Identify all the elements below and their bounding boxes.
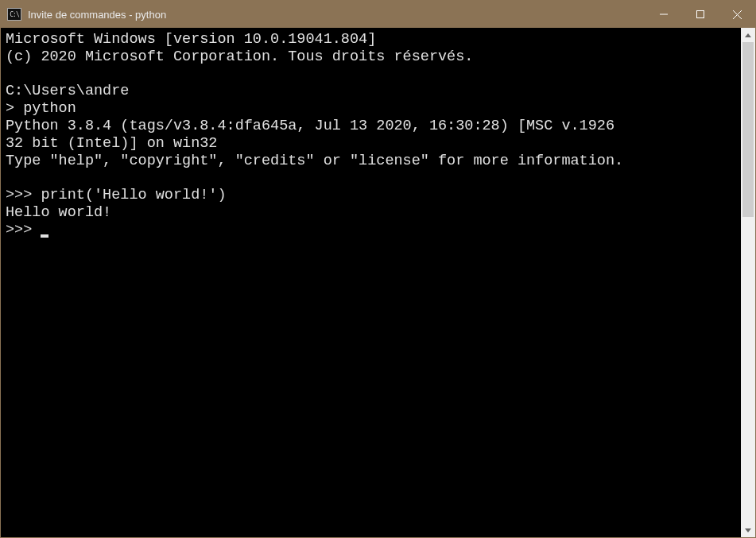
chevron-down-icon [745, 528, 751, 532]
terminal-body: Microsoft Windows [version 10.0.19041.80… [1, 28, 755, 537]
output-line: Microsoft Windows [version 10.0.19041.80… [6, 31, 736, 48]
minimize-icon [660, 10, 668, 18]
output-line: > python [6, 100, 736, 118]
output-line: C:\Users\andre [6, 83, 736, 100]
output-line: >>> print('Hello world!') [6, 187, 736, 204]
scrollbar-track[interactable] [741, 42, 755, 523]
maximize-button[interactable] [682, 1, 719, 28]
command-prompt-window: C:\ Invite de commandes - python Mic [0, 0, 756, 538]
output-line [6, 170, 736, 188]
vertical-scrollbar[interactable] [741, 28, 755, 537]
close-icon [733, 10, 742, 19]
scrollbar-thumb[interactable] [742, 42, 754, 217]
output-line: Python 3.8.4 (tags/v3.8.4:dfa645a, Jul 1… [6, 118, 736, 135]
maximize-icon [696, 10, 704, 18]
output-line [6, 66, 736, 83]
svg-rect-1 [697, 11, 704, 18]
output-line: 32 bit (Intel)] on win32 [6, 135, 736, 153]
prompt-line: >>> [6, 222, 736, 239]
output-line: Type "help", "copyright", "credits" or "… [6, 153, 736, 170]
chevron-up-icon [745, 33, 751, 37]
scroll-up-button[interactable] [741, 28, 755, 42]
cursor [41, 234, 48, 238]
app-icon: C:\ [7, 8, 21, 21]
close-button[interactable] [719, 1, 755, 28]
minimize-button[interactable] [646, 1, 682, 28]
output-line: (c) 2020 Microsoft Corporation. Tous dro… [6, 48, 736, 66]
scroll-down-button[interactable] [741, 523, 755, 537]
prompt-text: >>> [6, 222, 41, 238]
output-line: Hello world! [6, 204, 736, 222]
terminal-content[interactable]: Microsoft Windows [version 10.0.19041.80… [1, 28, 741, 537]
titlebar[interactable]: C:\ Invite de commandes - python [1, 1, 755, 28]
window-controls [646, 1, 755, 28]
window-title: Invite de commandes - python [28, 9, 646, 21]
